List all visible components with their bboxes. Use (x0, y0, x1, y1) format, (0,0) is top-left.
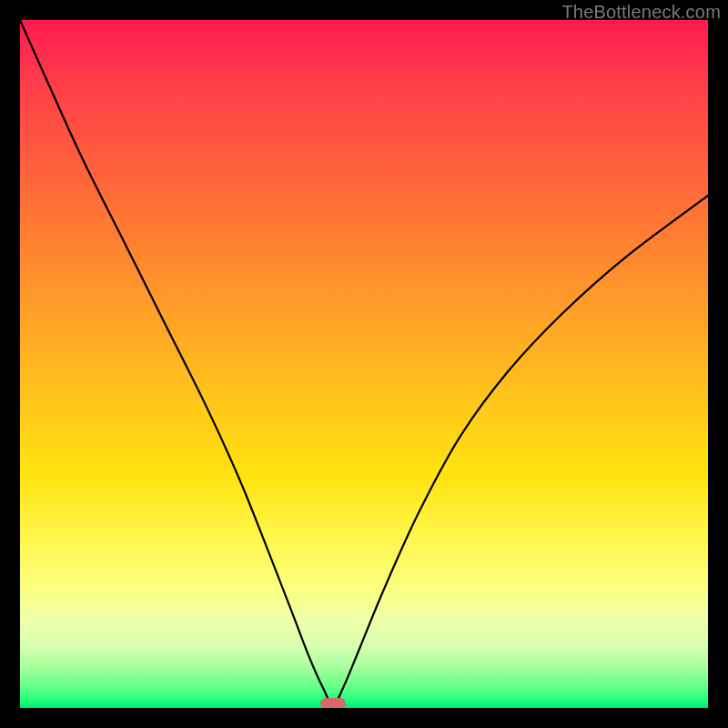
plot-area (20, 20, 708, 708)
curve-svg (20, 20, 708, 708)
watermark-text: TheBottleneck.com (561, 2, 721, 23)
optimal-marker (320, 698, 346, 708)
chart-frame: TheBottleneck.com (0, 0, 728, 728)
bottleneck-curve (20, 20, 708, 704)
